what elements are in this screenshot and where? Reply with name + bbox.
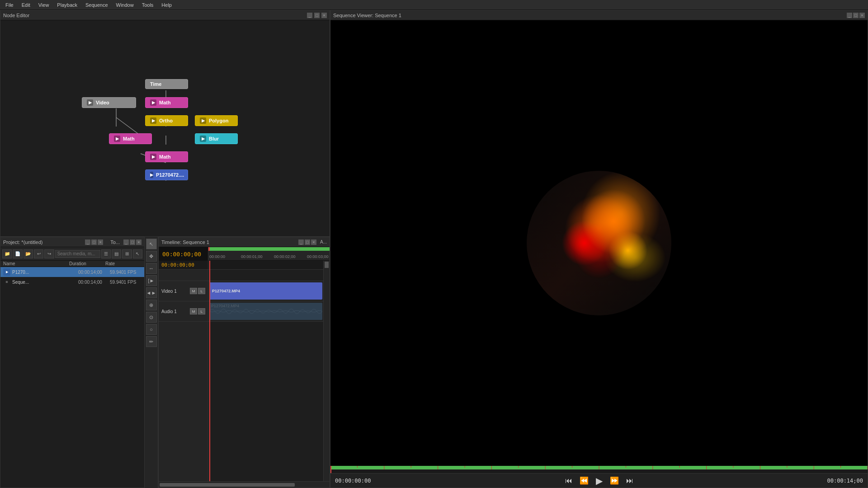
- node-video[interactable]: ▶ Video: [82, 97, 136, 108]
- menu-tools[interactable]: Tools: [138, 1, 157, 9]
- circle-tool[interactable]: ○: [146, 324, 157, 335]
- zoom-out-tool[interactable]: ⊙: [146, 312, 157, 323]
- viewer-progress-bar-container[interactable]: [330, 466, 868, 473]
- cursor-tool[interactable]: ↖: [133, 249, 142, 258]
- menu-window[interactable]: Window: [113, 1, 137, 9]
- node-math-1-arrow: ▶: [150, 99, 156, 106]
- node-math-3[interactable]: ▶ Math: [145, 151, 188, 162]
- menu-edit[interactable]: Edit: [18, 1, 34, 9]
- node-ortho[interactable]: ▶ Ortho: [145, 115, 188, 126]
- audio-1-lock[interactable]: L: [198, 308, 205, 314]
- node-polygon[interactable]: ▶ Polygon: [195, 115, 238, 126]
- search-input[interactable]: [55, 250, 100, 258]
- svg-line-2: [116, 117, 141, 136]
- redo-button[interactable]: ↪: [44, 249, 54, 258]
- node-ortho-arrow: ▶: [150, 117, 156, 124]
- zoom-in-tool[interactable]: ⊕: [146, 300, 157, 310]
- timeline-tools: ↖ ✥ ↔ [► ◄► ⊕ ⊙ ○ ✏: [145, 237, 158, 488]
- go-to-end-button[interactable]: ⏭: [623, 476, 636, 486]
- fast-forward-button[interactable]: ⏩: [607, 475, 622, 486]
- video-clip-label: P1270472.MP4: [212, 289, 240, 293]
- menu-sequence[interactable]: Sequence: [82, 1, 112, 9]
- timeline-close[interactable]: ×: [311, 239, 316, 245]
- project-item-video-rate: 59.9401 FPS: [110, 270, 142, 275]
- project-maximize[interactable]: □: [91, 239, 97, 245]
- ruler-tick-3: 00:00:03;00: [307, 254, 329, 259]
- to-minimize[interactable]: _: [123, 239, 129, 245]
- node-math-3-label: Math: [159, 154, 171, 160]
- project-item-seq-name: Seque...: [12, 280, 78, 285]
- video-1-mute[interactable]: M: [190, 288, 197, 294]
- go-to-start-button[interactable]: ⏮: [562, 476, 575, 486]
- menu-help[interactable]: Help: [158, 1, 175, 9]
- ruler-tick-1: 00:00:01;00: [241, 254, 263, 259]
- col-duration: Duration: [69, 261, 105, 266]
- pen-tool[interactable]: ✏: [146, 336, 157, 347]
- move-tool[interactable]: ✥: [146, 251, 157, 262]
- video-track[interactable]: P1270472.MP4: [208, 281, 323, 301]
- seq-viewer-close[interactable]: ×: [859, 13, 865, 18]
- video-content: [527, 171, 671, 315]
- node-blur-arrow: ▶: [200, 136, 206, 142]
- grid-view-button[interactable]: ⊞: [122, 249, 132, 258]
- viewer-controls: 00:00:00:00 ⏮ ⏪ ▶ ⏩ ⏭ 00:00:14;00: [330, 473, 868, 488]
- video-clip[interactable]: P1270472.MP4: [209, 282, 322, 300]
- node-math-2[interactable]: ▶ Math: [109, 133, 152, 144]
- roll-tool[interactable]: ◄►: [146, 287, 157, 298]
- timeline-maximize[interactable]: □: [305, 239, 310, 245]
- viewer-playhead: [330, 466, 331, 473]
- node-math-1[interactable]: ▶ Math: [145, 97, 188, 108]
- to-maximize[interactable]: □: [130, 239, 135, 245]
- project-item-sequence[interactable]: ≡ Seque... 00:00:14;00 59.9401 FPS: [0, 277, 144, 287]
- timeline-minimize[interactable]: _: [298, 239, 304, 245]
- video-file-icon: ▶: [3, 268, 10, 276]
- project-item-seq-rate: 59.9401 FPS: [110, 280, 142, 285]
- project-minimize[interactable]: _: [85, 239, 90, 245]
- menu-view[interactable]: View: [35, 1, 53, 9]
- node-math-2-label: Math: [123, 136, 135, 141]
- node-math-2-arrow: ▶: [114, 136, 120, 142]
- timeline-timecode[interactable]: 00:00:00;00: [159, 247, 208, 261]
- node-math-3-arrow: ▶: [150, 154, 156, 160]
- seq-viewer-maximize[interactable]: □: [853, 13, 859, 18]
- icon-view-button[interactable]: ▤: [112, 249, 121, 258]
- timeline-playhead: [209, 261, 210, 481]
- audio-clip[interactable]: P1270472.MP4: [209, 303, 322, 320]
- node-math-1-label: Math: [159, 100, 171, 105]
- viewer-total-time: 00:00:14;00: [827, 478, 863, 484]
- node-output-label: P1270472....: [156, 172, 184, 178]
- project-close[interactable]: ×: [98, 239, 103, 245]
- open-button[interactable]: 📂: [24, 249, 33, 258]
- timeline-scrollbar-vertical[interactable]: [323, 261, 330, 481]
- cursor-tool[interactable]: ↖: [146, 239, 157, 249]
- audio-1-label: Audio 1 M L: [159, 301, 208, 322]
- play-button[interactable]: ▶: [593, 474, 605, 487]
- new-item-button[interactable]: 📄: [13, 249, 22, 258]
- video-1-name: Video 1: [161, 289, 177, 294]
- audio-track[interactable]: P1270472.MP4: [208, 301, 323, 322]
- seq-viewer-canvas: [330, 20, 868, 466]
- audio-1-mute[interactable]: M: [190, 308, 197, 314]
- project-item-video[interactable]: ▶ P1270... 00:00:14;00 59.9401 FPS: [0, 267, 144, 277]
- node-editor-maximize[interactable]: □: [314, 13, 320, 18]
- to-close[interactable]: ×: [136, 239, 142, 245]
- menu-file[interactable]: File: [2, 1, 17, 9]
- list-view-button[interactable]: ☰: [101, 249, 111, 258]
- slip-tool[interactable]: ↔: [146, 263, 157, 274]
- rewind-button[interactable]: ⏪: [577, 475, 591, 486]
- seq-viewer-minimize[interactable]: _: [847, 13, 852, 18]
- video-1-lock[interactable]: L: [198, 288, 205, 294]
- undo-button[interactable]: ↩: [34, 249, 43, 258]
- new-bin-button[interactable]: 📁: [2, 249, 12, 258]
- ripple-tool[interactable]: [►: [146, 275, 157, 286]
- column-headers: Name Duration Rate: [0, 261, 144, 267]
- track-content: P1270472.MP4 P1270472.MP4: [208, 261, 323, 481]
- node-editor-close[interactable]: ×: [321, 13, 327, 18]
- node-blur[interactable]: ▶ Blur: [195, 133, 238, 144]
- node-editor-minimize[interactable]: _: [307, 13, 312, 18]
- node-output[interactable]: ▶ P1270472....: [145, 169, 188, 180]
- node-time[interactable]: Time: [145, 79, 188, 89]
- node-editor: Node Editor _ □ ×: [0, 10, 330, 237]
- timeline-scrollbar-horizontal[interactable]: [159, 481, 330, 488]
- menu-playback[interactable]: Playback: [53, 1, 81, 9]
